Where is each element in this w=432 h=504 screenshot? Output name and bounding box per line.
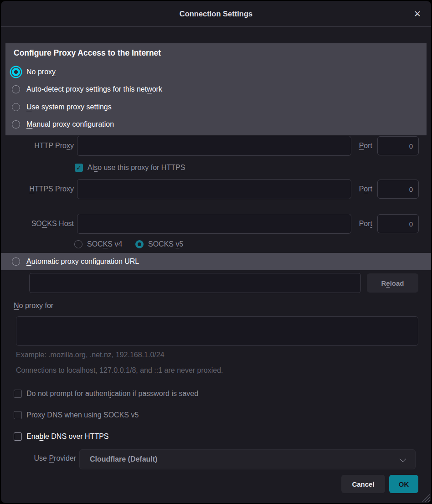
checkbox-enable-doh[interactable]: ✓ Enable DNS over HTTPS bbox=[14, 431, 109, 442]
http-proxy-row: HTTP Proxy Port bbox=[14, 136, 419, 156]
radio-use-system-label: Use system proxy settings bbox=[26, 103, 112, 111]
provider-selected-value: Cloudflare (Default) bbox=[90, 455, 157, 463]
socks-host-row: SOCKS Host Port bbox=[14, 214, 419, 234]
localhost-note-text: Connections to localhost, 127.0.0.1/8, a… bbox=[16, 366, 223, 375]
socks-version-row: SOCKS v4 SOCKS v5 bbox=[74, 239, 183, 250]
section-heading: Configure Proxy Access to the Internet bbox=[14, 48, 161, 58]
checkbox-checked-icon: ✓ bbox=[75, 164, 83, 172]
https-proxy-input[interactable] bbox=[77, 179, 351, 199]
checkbox-also-https[interactable]: ✓ Also use this proxy for HTTPS bbox=[75, 162, 185, 173]
reload-button[interactable]: Reload bbox=[367, 273, 418, 293]
radio-no-proxy-label: No proxy bbox=[26, 68, 56, 76]
radio-icon bbox=[12, 103, 20, 111]
radio-icon bbox=[12, 120, 20, 129]
radio-manual-label: Manual proxy configuration bbox=[26, 120, 114, 129]
radio-icon bbox=[12, 85, 20, 93]
checkbox-icon: ✓ bbox=[14, 411, 22, 419]
no-proxy-example-text: Example: .mozilla.org, .net.nz, 192.168.… bbox=[16, 351, 165, 359]
radio-auto-url[interactable]: Automatic proxy configuration URL bbox=[12, 256, 139, 267]
checkbox-no-prompt-auth-label: Do not prompt for authentication if pass… bbox=[26, 390, 198, 398]
socks-host-label: SOCKS Host bbox=[14, 220, 74, 228]
checkbox-proxy-dns[interactable]: ✓ Proxy DNS when using SOCKS v5 bbox=[14, 410, 139, 421]
use-provider-label: Use Provider bbox=[14, 454, 76, 463]
http-proxy-label: HTTP Proxy bbox=[14, 142, 74, 150]
socks-port-input[interactable] bbox=[377, 214, 419, 233]
radio-icon[interactable] bbox=[74, 240, 82, 248]
radio-auto-detect-label: Auto-detect proxy settings for this netw… bbox=[26, 85, 162, 93]
radio-use-system[interactable]: Use system proxy settings bbox=[12, 102, 112, 113]
radio-socks-v5-label[interactable]: SOCKS v5 bbox=[148, 240, 183, 248]
connection-settings-dialog: Connection Settings ✕ Configure Proxy Ac… bbox=[1, 1, 431, 503]
no-proxy-for-textarea[interactable] bbox=[16, 316, 418, 346]
cancel-button[interactable]: Cancel bbox=[341, 475, 385, 493]
http-proxy-input[interactable] bbox=[77, 136, 351, 156]
radio-auto-detect[interactable]: Auto-detect proxy settings for this netw… bbox=[12, 84, 162, 95]
radio-socks-v4-label[interactable]: SOCKS v4 bbox=[87, 240, 123, 248]
dialog-titlebar: Connection Settings ✕ bbox=[1, 1, 431, 27]
https-port-input[interactable] bbox=[377, 180, 419, 199]
auto-proxy-band: Automatic proxy configuration URL bbox=[1, 253, 431, 270]
http-port-input[interactable] bbox=[377, 136, 419, 155]
http-port-label: Port bbox=[359, 142, 372, 150]
radio-manual[interactable]: Manual proxy configuration bbox=[12, 119, 114, 130]
resize-grip[interactable] bbox=[422, 494, 430, 502]
dialog-title: Connection Settings bbox=[1, 1, 431, 26]
radio-selected-icon bbox=[12, 68, 20, 76]
proxy-mode-panel: Configure Proxy Access to the Internet N… bbox=[5, 43, 427, 135]
checkbox-no-prompt-auth[interactable]: ✓ Do not prompt for authentication if pa… bbox=[14, 388, 198, 399]
ok-button[interactable]: OK bbox=[389, 475, 418, 493]
checkbox-icon: ✓ bbox=[14, 432, 22, 441]
socks-port-label: Port bbox=[359, 220, 372, 228]
radio-selected-icon[interactable] bbox=[135, 240, 144, 248]
radio-auto-url-label: Automatic proxy configuration URL bbox=[26, 257, 139, 266]
radio-icon bbox=[12, 257, 20, 266]
checkbox-also-https-label: Also use this proxy for HTTPS bbox=[87, 164, 185, 172]
provider-dropdown[interactable]: Cloudflare (Default) bbox=[79, 449, 416, 469]
checkbox-proxy-dns-label: Proxy DNS when using SOCKS v5 bbox=[26, 411, 139, 419]
checkbox-icon: ✓ bbox=[14, 390, 22, 398]
radio-no-proxy[interactable]: No proxy bbox=[12, 67, 56, 77]
chevron-down-icon bbox=[400, 456, 406, 462]
https-proxy-row: HTTPS Proxy Port bbox=[14, 179, 419, 199]
socks-host-input[interactable] bbox=[77, 214, 351, 234]
https-port-label: Port bbox=[359, 185, 372, 193]
auto-url-input[interactable] bbox=[29, 273, 361, 293]
checkbox-enable-doh-label: Enable DNS over HTTPS bbox=[26, 432, 109, 441]
https-proxy-label: HTTPS Proxy bbox=[14, 185, 74, 193]
no-proxy-for-label: No proxy for bbox=[14, 302, 53, 310]
close-icon[interactable]: ✕ bbox=[411, 7, 424, 20]
